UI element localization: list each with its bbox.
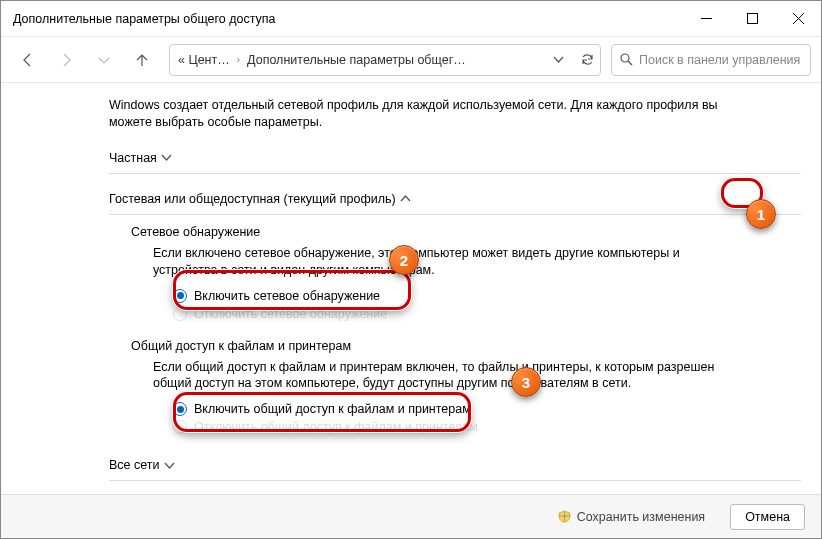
forward-button[interactable] <box>49 43 83 77</box>
maximize-button[interactable] <box>729 1 775 37</box>
shield-icon <box>558 510 571 523</box>
chevron-down-icon <box>160 460 180 471</box>
section-all[interactable]: Все сети <box>109 450 801 481</box>
footer: Сохранить изменения Отмена <box>1 494 821 538</box>
search-icon <box>620 53 633 66</box>
breadcrumb-root[interactable]: « Цент… <box>176 53 232 67</box>
badge-1: 1 <box>746 199 776 229</box>
cancel-button[interactable]: Отмена <box>730 504 805 530</box>
save-button[interactable]: Сохранить изменения <box>543 504 720 530</box>
back-button[interactable] <box>11 43 45 77</box>
window-title: Дополнительные параметры общего доступа <box>13 12 276 26</box>
intro-text: Windows создает отдельный сетевой профил… <box>109 97 801 131</box>
svg-point-4 <box>621 54 629 62</box>
save-label: Сохранить изменения <box>577 510 705 524</box>
section-all-title: Все сети <box>109 458 160 472</box>
breadcrumb-leaf[interactable]: Дополнительные параметры общег… <box>245 53 468 67</box>
chevron-up-icon <box>396 193 416 204</box>
minimize-button[interactable] <box>683 1 729 37</box>
section-private-title: Частная <box>109 151 157 165</box>
sharing-desc: Если общий доступ к файлам и принтерам в… <box>153 359 801 393</box>
close-button[interactable] <box>775 1 821 37</box>
section-guest[interactable]: Гостевая или общедоступная (текущий проф… <box>109 184 801 215</box>
highlight-3 <box>173 392 471 432</box>
badge-3: 3 <box>511 367 541 397</box>
recent-button[interactable] <box>87 43 121 77</box>
discovery-title: Сетевое обнаружение <box>131 225 801 239</box>
refresh-icon[interactable] <box>581 53 594 66</box>
chevron-right-icon: › <box>232 54 245 65</box>
search-placeholder: Поиск в панели управления <box>639 53 800 67</box>
window-controls <box>683 1 821 37</box>
address-bar[interactable]: « Цент… › Дополнительные параметры общег… <box>169 44 601 76</box>
sharing-title: Общий доступ к файлам и принтерам <box>131 339 801 353</box>
svg-line-5 <box>628 61 632 65</box>
section-guest-title: Гостевая или общедоступная (текущий проф… <box>109 192 396 206</box>
navbar: « Цент… › Дополнительные параметры общег… <box>1 37 821 83</box>
chevron-down-icon[interactable] <box>552 53 565 66</box>
badge-2: 2 <box>389 245 419 275</box>
search-input[interactable]: Поиск в панели управления <box>611 44 811 76</box>
highlight-2 <box>173 270 411 310</box>
up-button[interactable] <box>125 43 159 77</box>
svg-rect-1 <box>747 14 757 24</box>
cancel-label: Отмена <box>745 510 790 524</box>
chevron-down-icon <box>157 152 177 163</box>
titlebar: Дополнительные параметры общего доступа <box>1 1 821 37</box>
section-private[interactable]: Частная <box>109 143 801 174</box>
